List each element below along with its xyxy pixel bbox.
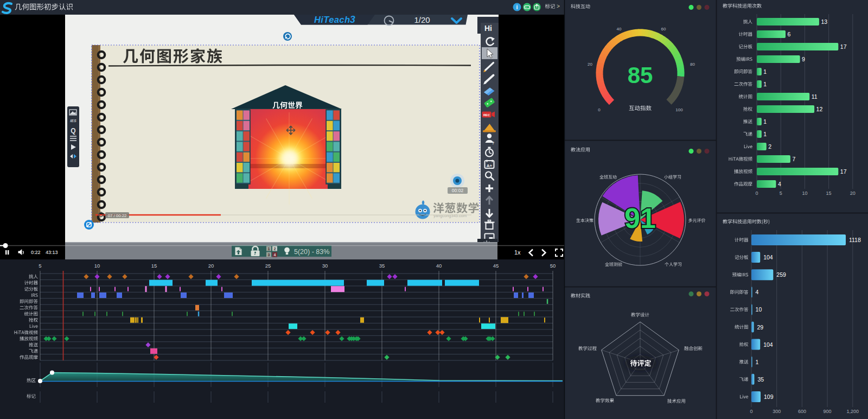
svg-text:17: 17 (840, 43, 847, 50)
svg-text:9: 9 (802, 56, 805, 62)
svg-text:80: 80 (690, 62, 695, 67)
svg-text:6: 6 (788, 31, 791, 37)
svg-text:35: 35 (379, 263, 385, 269)
svg-text:45: 45 (493, 263, 499, 269)
svg-text:1: 1 (268, 247, 270, 251)
svg-text:5: 5 (39, 263, 41, 269)
svg-text:15: 15 (826, 191, 832, 196)
svg-text:20: 20 (588, 62, 592, 67)
svg-text:0: 0 (598, 107, 601, 112)
svg-text:20: 20 (208, 263, 214, 269)
svg-text:40: 40 (617, 27, 622, 31)
svg-text:17: 17 (840, 168, 847, 175)
svg-text:3: 3 (268, 253, 270, 257)
svg-text:50: 50 (550, 263, 556, 269)
svg-text:0:22: 0:22 (31, 250, 41, 255)
svg-text:7: 7 (792, 156, 795, 162)
svg-text:00:02: 00:02 (452, 188, 464, 193)
svg-text:13: 13 (821, 18, 827, 25)
svg-text:0: 0 (755, 191, 758, 196)
svg-text:1: 1 (763, 68, 767, 75)
svg-text:HiTeach: HiTeach (314, 15, 350, 24)
svg-text:29: 29 (757, 324, 764, 331)
svg-text:40: 40 (436, 263, 442, 269)
svg-text:10: 10 (802, 191, 807, 196)
svg-text:1: 1 (756, 359, 759, 365)
svg-text:15: 15 (151, 263, 157, 269)
svg-text:1/20: 1/20 (414, 15, 430, 24)
svg-text:600: 600 (798, 409, 806, 414)
svg-text:5(20) - 83%: 5(20) - 83% (294, 248, 329, 256)
svg-text:10: 10 (756, 306, 762, 313)
svg-text:10: 10 (94, 263, 100, 269)
svg-text:i: i (516, 4, 518, 10)
svg-text:11: 11 (812, 93, 818, 100)
svg-text:104: 104 (763, 341, 773, 348)
svg-text:100: 100 (675, 107, 683, 112)
svg-text:07 / 00:22: 07 / 00:22 (108, 213, 127, 218)
svg-text:Hi: Hi (484, 24, 492, 33)
svg-text:?: ? (492, 141, 494, 145)
svg-text:12: 12 (816, 106, 823, 112)
svg-text:3: 3 (350, 14, 355, 25)
svg-text:REC: REC (483, 113, 490, 117)
svg-text:yangcong345.com: yangcong345.com (433, 213, 467, 218)
svg-text:Q: Q (71, 127, 75, 135)
svg-text:>: > (557, 3, 560, 9)
svg-text:2: 2 (274, 247, 276, 251)
svg-text:0: 0 (750, 409, 752, 414)
svg-text:25: 25 (265, 263, 271, 269)
svg-text:30: 30 (322, 263, 328, 269)
svg-text:85: 85 (628, 62, 653, 88)
svg-text:2: 2 (768, 143, 771, 150)
svg-text:104: 104 (763, 254, 773, 261)
svg-text:20: 20 (850, 191, 856, 196)
svg-text:4: 4 (778, 181, 781, 187)
svg-text:43:13: 43:13 (46, 250, 58, 255)
svg-text:91: 91 (624, 202, 656, 234)
svg-text:1: 1 (763, 118, 767, 125)
svg-text:1: 1 (763, 81, 767, 87)
svg-text:4: 4 (274, 253, 276, 257)
svg-text:35: 35 (757, 376, 764, 383)
svg-text:300: 300 (773, 409, 781, 414)
svg-text:5: 5 (780, 191, 782, 196)
svg-text:IES: IES (70, 119, 76, 123)
svg-text:1: 1 (763, 131, 767, 137)
svg-text:A+: A+ (487, 163, 493, 168)
svg-text:259: 259 (776, 271, 786, 278)
svg-text:900: 900 (824, 409, 832, 414)
svg-text:1x: 1x (514, 249, 521, 256)
svg-text:60: 60 (661, 27, 666, 31)
svg-text:109: 109 (764, 393, 774, 400)
svg-text:1118: 1118 (849, 237, 861, 243)
svg-text:4: 4 (756, 289, 759, 295)
svg-text:1,200: 1,200 (847, 409, 859, 414)
